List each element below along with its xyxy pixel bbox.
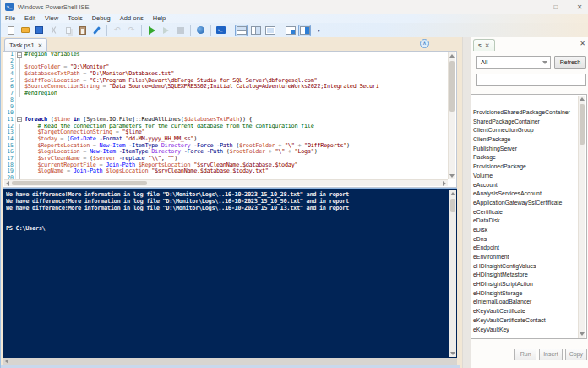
- code-text: foreach ($line in [System.IO.File]::Read…: [24, 117, 448, 124]
- command-list-item[interactable]: eEndpoint: [471, 244, 586, 253]
- command-list-item[interactable]: eDataDisk: [471, 217, 586, 226]
- command-list-item[interactable]: eHDInsightStorage: [471, 289, 586, 299]
- menu-edit[interactable]: Edit: [24, 14, 35, 22]
- console-vertical-scrollbar[interactable]: [449, 190, 456, 357]
- paste-button[interactable]: [76, 25, 89, 36]
- command-list-item[interactable]: eAccount: [471, 181, 586, 190]
- scroll-right-icon[interactable]: [443, 181, 446, 186]
- show-script-pane-maximized-button[interactable]: [264, 25, 276, 36]
- code-line: 3$rootFolder = "D:\Monitor": [3, 64, 448, 71]
- scroll-left-icon[interactable]: [6, 181, 9, 186]
- fold-column: [16, 156, 24, 162]
- command-list-item[interactable]: ProvisionedSharedPackageContainer: [471, 108, 586, 118]
- command-list-item[interactable]: eKeyVaultCertificateContact: [471, 316, 586, 326]
- command-list[interactable]: ProvisionedSharedPackageContainerSharedP…: [471, 94, 587, 339]
- editor-vscroll-thumb[interactable]: [449, 61, 455, 112]
- clear-console-pane-button[interactable]: [90, 25, 103, 36]
- code-text: $databasesTxtPath = "D:\Monitor\Database…: [24, 71, 448, 78]
- command-list-item[interactable]: eInternalLoadBalancer: [471, 298, 586, 307]
- commands-tab-close-icon[interactable]: ✕: [485, 42, 490, 48]
- new-remote-powershell-tab-button[interactable]: [194, 25, 207, 36]
- command-list-item[interactable]: eHDInsightConfigValues: [471, 262, 586, 272]
- collapse-region-icon[interactable]: –: [17, 117, 22, 122]
- start-powershell-exe-button[interactable]: ›_: [215, 25, 227, 36]
- console-pane[interactable]: We have difference!More information in l…: [3, 189, 457, 358]
- command-list-item[interactable]: SharedPackageContainer: [471, 118, 586, 127]
- code-line: 5$diffToolLocation = "C:\Program Files\D…: [3, 78, 448, 85]
- show-script-pane-right-button[interactable]: [249, 25, 262, 36]
- fold-column: [16, 78, 24, 85]
- console-horizontal-scrollbar[interactable]: [3, 358, 457, 365]
- close-button[interactable]: ✕: [575, 3, 584, 11]
- commands-tab[interactable]: s ✕: [473, 39, 495, 51]
- menu-help[interactable]: Help: [153, 14, 166, 22]
- fold-marker[interactable]: –: [16, 52, 24, 58]
- pane-close-icon[interactable]: ✕: [580, 40, 585, 48]
- command-list-item[interactable]: Volume: [471, 172, 586, 181]
- script-editor[interactable]: 1–#region Variables23$rootFolder = "D:\M…: [3, 51, 457, 188]
- toolbar-overflow-button[interactable]: ▾: [313, 25, 325, 36]
- scroll-down-icon[interactable]: [450, 352, 455, 355]
- command-list-item[interactable]: ClientConnectionGroup: [471, 126, 586, 135]
- show-command-addon-button[interactable]: [298, 25, 311, 36]
- command-list-item[interactable]: eKeyVaultCertificate: [471, 307, 586, 316]
- menu-debug[interactable]: Debug: [92, 14, 111, 22]
- command-list-item[interactable]: eDns: [471, 235, 586, 244]
- cut-icon: [50, 26, 57, 34]
- scroll-left-icon[interactable]: [5, 359, 8, 364]
- code-line: 12 # Read the connection parameters for …: [3, 124, 448, 130]
- copy-button[interactable]: Copy: [565, 349, 587, 360]
- modules-dropdown[interactable]: All: [476, 56, 551, 69]
- scroll-up-icon[interactable]: [580, 97, 585, 101]
- show-script-pane-maximized-icon: [265, 26, 275, 35]
- command-list-item[interactable]: PublishingServer: [471, 145, 586, 154]
- title-bar: >_ Windows PowerShell ISE – □ ✕: [1, 0, 588, 14]
- command-list-item[interactable]: eApplicationGatewaySslCertificate: [471, 199, 586, 208]
- show-script-pane-top-button[interactable]: [235, 25, 248, 36]
- command-list-item[interactable]: eHDInsightMetastore: [471, 271, 586, 280]
- minimize-button[interactable]: –: [528, 3, 536, 11]
- console-prompt[interactable]: PS C:\Users\: [6, 225, 447, 232]
- command-name-input[interactable]: [476, 74, 586, 86]
- scroll-down-icon[interactable]: [580, 332, 585, 336]
- maximize-button[interactable]: □: [552, 3, 560, 11]
- tab-task-ps1[interactable]: Task.ps1 ✕: [4, 38, 47, 51]
- command-list-scrollbar[interactable]: [578, 96, 585, 338]
- menu-tools[interactable]: Tools: [68, 14, 83, 22]
- undo-icon: ↶: [114, 26, 121, 34]
- command-list-item[interactable]: Package: [471, 153, 586, 162]
- save-button[interactable]: [33, 25, 46, 36]
- command-list-item[interactable]: ClientPackage: [471, 135, 586, 145]
- run-script-button[interactable]: [145, 25, 158, 36]
- command-list-item[interactable]: eDisk: [471, 226, 586, 235]
- editor-vertical-scrollbar[interactable]: [448, 52, 455, 179]
- new-file-button[interactable]: [4, 25, 17, 36]
- command-list-item[interactable]: eKeyVaultKey: [471, 326, 586, 335]
- command-list-item[interactable]: ProvisionedPackage: [471, 162, 586, 172]
- command-list-item[interactable]: eHDInsightScriptAction: [471, 280, 586, 289]
- show-command-window-button[interactable]: [284, 25, 297, 36]
- tab-close-icon[interactable]: ✕: [38, 42, 43, 48]
- command-list-scroll-thumb[interactable]: [580, 104, 585, 145]
- console-output: We have difference!More information in l…: [6, 191, 447, 233]
- collapse-region-icon[interactable]: –: [17, 52, 22, 58]
- menu-view[interactable]: View: [45, 14, 58, 22]
- fold-marker[interactable]: –: [16, 117, 24, 124]
- editor-horizontal-scrollbar[interactable]: [4, 179, 448, 186]
- command-list-item[interactable]: eEnvironment: [471, 253, 586, 262]
- collapse-script-pane-button[interactable]: ∧: [420, 39, 429, 48]
- editor-hscroll-thumb[interactable]: [12, 181, 147, 185]
- code-area[interactable]: 1–#region Variables23$rootFolder = "D:\M…: [3, 52, 448, 180]
- refresh-button[interactable]: Refresh: [554, 56, 586, 69]
- command-list-item[interactable]: eCertificate: [471, 208, 586, 217]
- scroll-down-icon[interactable]: [449, 174, 455, 178]
- open-folder-button[interactable]: [19, 25, 31, 36]
- console-vscroll-thumb[interactable]: [450, 199, 455, 212]
- command-list-item[interactable]: eAnalysisServicesAccount: [471, 189, 586, 199]
- scroll-up-icon[interactable]: [449, 54, 455, 58]
- run-button[interactable]: Run: [514, 349, 536, 360]
- menu-addons[interactable]: Add-ons: [120, 14, 144, 22]
- scroll-up-icon[interactable]: [450, 192, 455, 195]
- menu-file[interactable]: File: [5, 14, 15, 22]
- insert-button[interactable]: Insert: [539, 349, 563, 360]
